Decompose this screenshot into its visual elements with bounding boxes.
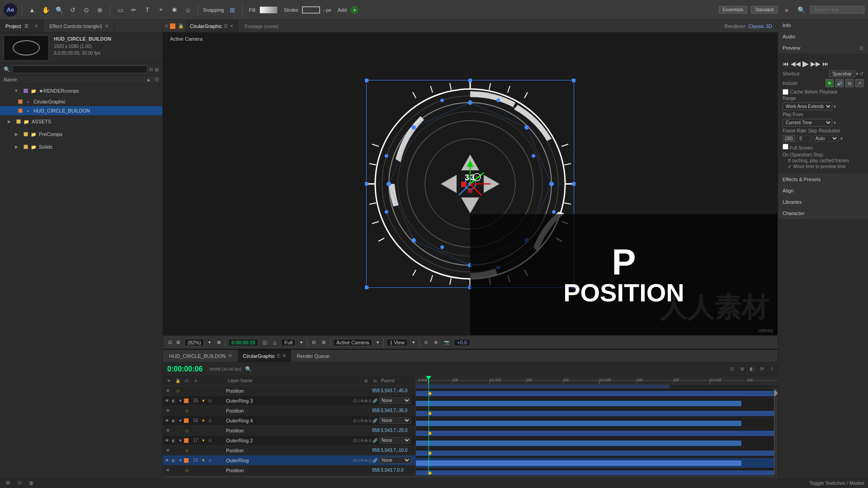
3d-16[interactable]: ⊙ [207,418,213,424]
link-15[interactable]: 🔗 [373,399,377,403]
include-audio-icon[interactable]: 🔊 [835,79,844,87]
shortcut-reset-icon[interactable]: ↺ [859,71,863,77]
solo-16[interactable]: ◐ [170,418,177,424]
parent-select-16[interactable]: None [379,417,411,424]
collapse-17[interactable]: ▼ [200,437,207,444]
comp-viewer-menu-icon[interactable]: ☰ [224,23,228,28]
effect-17[interactable]: fx [361,438,364,443]
quality-18[interactable]: ◇ [357,458,360,463]
motion-16[interactable]: ⊛ [364,418,368,423]
skip-to-start-btn[interactable]: ⏮ [783,60,789,67]
link-18[interactable]: 🔗 [373,458,377,463]
tree-item-rendercomps[interactable]: ▼ 📁 ★RENDERcomps [0,84,162,97]
solo-15[interactable]: ◐ [170,398,177,404]
tree-item-circulargraphic[interactable]: ▪ CirularGraphic [0,97,162,106]
character-header[interactable]: Character [778,208,868,219]
3d-15[interactable]: ⊙ [207,398,213,404]
eye-pos1[interactable]: 👁 [165,388,171,394]
comp-close-icon[interactable]: ✕ [165,23,168,28]
collapse-rendercomps-icon[interactable]: ▼ [11,85,22,96]
effects-presets-header[interactable]: Effects & Presets [778,174,868,185]
effect-controls-tab[interactable]: Effect Controls triangle1 ✕ [44,20,114,32]
parent-select-18[interactable]: None [379,457,411,464]
3d-17[interactable]: ⊙ [207,437,213,444]
solo-18[interactable]: ◐ [170,457,177,464]
orbit-tool-icon[interactable]: ⊕ [94,5,105,15]
play-from-select[interactable]: Current Time [783,119,832,127]
quality-dropdown-icon[interactable]: ▾ [298,339,304,346]
include-export-icon[interactable]: ↗ [855,79,863,87]
essentials-button[interactable]: Essentials [719,6,748,14]
search-icon[interactable]: 🔍 [796,5,807,15]
hand-tool-icon[interactable]: ✋ [40,5,51,15]
quality-display[interactable]: Full [281,339,296,346]
type-tool-icon[interactable]: T [142,5,153,15]
solo-17[interactable]: ◐ [170,437,177,444]
expand-pos4[interactable]: ◇ [184,447,190,454]
camera-view[interactable]: Active Camera [333,339,372,346]
project-tab-close[interactable]: ✕ [34,23,38,28]
draft-icon[interactable]: ◐ [748,365,756,373]
fill-color-display[interactable] [259,6,278,14]
link-17[interactable]: 🔗 [373,438,377,443]
cache-before-checkbox[interactable] [783,89,788,95]
quality-17[interactable]: ◇ [357,438,360,443]
step-back-btn[interactable]: ◀◀ [791,60,801,67]
zoom-value[interactable]: (82%) [184,339,204,346]
effect-18[interactable]: fx [361,458,364,463]
3d-18[interactable]: ⊙ [207,457,213,464]
eye-pos4[interactable]: 👁 [165,447,171,454]
effect-15[interactable]: fx [361,399,364,403]
eye-pos5[interactable]: 👁 [165,467,171,474]
snapshot-icon[interactable]: 📷 [442,339,451,346]
step-fwd-btn[interactable]: ▶▶ [811,60,821,67]
zoom-dropdown-icon[interactable]: ▾ [207,339,212,346]
tree-item-solids[interactable]: ▶ 📁 Solids [0,141,162,153]
footage-tab[interactable]: Footage (none) [240,23,283,29]
list-toggle-icon[interactable]: ▤ [155,67,159,72]
range-select[interactable]: Work Area Extended By Current [783,103,832,110]
project-tab[interactable]: Project ☰ ✕ [0,20,44,32]
draft-3d-icon[interactable]: △ [271,339,278,346]
audio-header[interactable]: Audio [778,31,868,42]
toggle-transparency-icon[interactable]: ⊞ [175,339,182,346]
expand-pos5[interactable]: ◇ [184,467,190,474]
tl-search-icon[interactable]: 🔍 [245,366,252,372]
eye-15[interactable]: 👁 [164,398,170,404]
motion-blur-icon[interactable]: ⊛ [738,365,746,373]
preview-header[interactable]: Preview ☰ [778,42,868,53]
timecode-display[interactable]: 0:00:00:20 [228,339,258,346]
rect-tool-icon[interactable]: ▭ [115,5,126,15]
search-project-icon[interactable]: 🔍 [4,66,10,73]
fit-to-view-icon[interactable]: ⊠ [215,339,222,346]
grid-guides-icon[interactable]: ⊟ [310,339,317,346]
eye-17[interactable]: 👁 [164,437,170,444]
info-header[interactable]: Info [778,20,868,31]
render-mode-icon[interactable]: ⊙ [422,339,429,346]
include-overflow-icon[interactable]: ⊞ [845,79,854,87]
project-menu-icon[interactable]: ☰ [21,21,32,32]
link-16[interactable]: 🔗 [373,418,377,423]
layer-name-pos3[interactable]: Position [226,428,370,433]
expand-15[interactable]: ▼ [177,398,184,404]
rotate-tool-icon[interactable]: ↺ [67,5,78,15]
pen-tool-icon[interactable]: ✏ [128,5,139,15]
layer-name-pos4[interactable]: Position [226,448,370,453]
puppet-tool-icon[interactable]: ☺ [183,5,193,15]
brush-tool-icon[interactable]: ⌖ [156,5,166,15]
full-screen-checkbox[interactable] [783,144,788,150]
comp-viewer-tab[interactable]: CirularGraphic ☰ ✕ [185,20,238,32]
eye-header-icon[interactable]: 👁 [165,377,173,385]
shortcut-dropdown-icon[interactable]: ▾ [856,71,859,77]
selection-tool-icon[interactable]: ▲ [27,5,38,15]
layer-name-pos5[interactable]: Position [226,468,370,473]
tree-item-assets[interactable]: ▶ 📁 ASSETS [0,115,162,128]
adj-15[interactable]: ⊙ [368,399,372,403]
effect-controls-close[interactable]: ✕ [105,23,108,28]
include-video-icon[interactable]: 👁 [826,79,834,87]
blur-16[interactable]: ⊡ [353,418,357,423]
blur-18[interactable]: ⊡ [353,458,357,463]
label-header-icon[interactable]: 🏷 [183,377,191,385]
collapse-15[interactable]: ▼ [200,398,207,404]
view-count[interactable]: 1 View [387,339,408,346]
